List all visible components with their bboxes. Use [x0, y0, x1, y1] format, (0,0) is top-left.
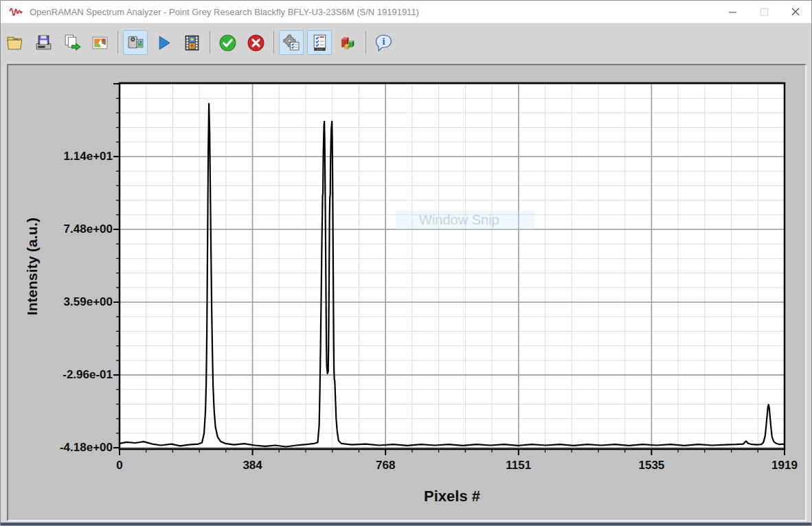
toolbar-separator: [117, 31, 118, 54]
film-icon: [183, 34, 201, 52]
toolbar-separator: [210, 31, 210, 54]
export-image-icon: [91, 34, 109, 52]
close-button[interactable]: [780, 1, 811, 23]
film-button[interactable]: [179, 30, 204, 55]
copy-button[interactable]: [59, 30, 84, 55]
processing-options-button[interactable]: [307, 30, 332, 55]
about-button[interactable]: i: [371, 30, 396, 55]
accept-button[interactable]: [215, 30, 240, 55]
open-folder-icon: [6, 34, 25, 52]
minimize-icon: [728, 8, 737, 16]
camera-icon: [126, 34, 145, 52]
window-controls: [717, 1, 811, 23]
toolbar-separator: [365, 31, 366, 54]
camera-button[interactable]: [123, 30, 148, 55]
save-button[interactable]: [31, 30, 56, 55]
play-icon: [155, 34, 173, 52]
x-axis-title: Pixels #: [424, 488, 480, 505]
close-icon: [791, 7, 800, 16]
app-logo-icon: [9, 6, 24, 18]
export-copy-icon: [63, 34, 81, 52]
export-image-button[interactable]: [87, 30, 112, 55]
cancel-button[interactable]: [243, 30, 268, 55]
chart-client-area: [7, 64, 807, 521]
processing-checklist-icon: [311, 34, 329, 52]
maximize-button[interactable]: [748, 1, 780, 23]
maximize-icon: [760, 8, 769, 16]
svg-text:i: i: [382, 36, 385, 47]
toolbar-separator: [273, 31, 274, 54]
bottom-edge: [1, 523, 811, 526]
cancel-icon: [247, 34, 265, 52]
histogram-3d-icon: [339, 34, 357, 52]
play-button[interactable]: [151, 30, 176, 55]
save-icon: [34, 34, 53, 52]
titlebar: OpenRAMAN Spectrum Analyzer - Point Grey…: [1, 1, 811, 23]
accept-icon: [218, 34, 237, 52]
minimize-button[interactable]: [717, 1, 748, 23]
app-window: OpenRAMAN Spectrum Analyzer - Point Grey…: [0, 0, 812, 526]
open-button[interactable]: [3, 30, 27, 55]
y-axis-title: Intensity (a.u.): [24, 218, 41, 315]
toolbar: i: [1, 24, 811, 61]
histogram-button[interactable]: [335, 30, 360, 55]
acquisition-settings-button[interactable]: [279, 30, 304, 55]
info-icon: i: [374, 34, 393, 52]
window-title: OpenRAMAN Spectrum Analyzer - Point Grey…: [30, 7, 419, 17]
acquisition-settings-icon: [282, 34, 301, 52]
